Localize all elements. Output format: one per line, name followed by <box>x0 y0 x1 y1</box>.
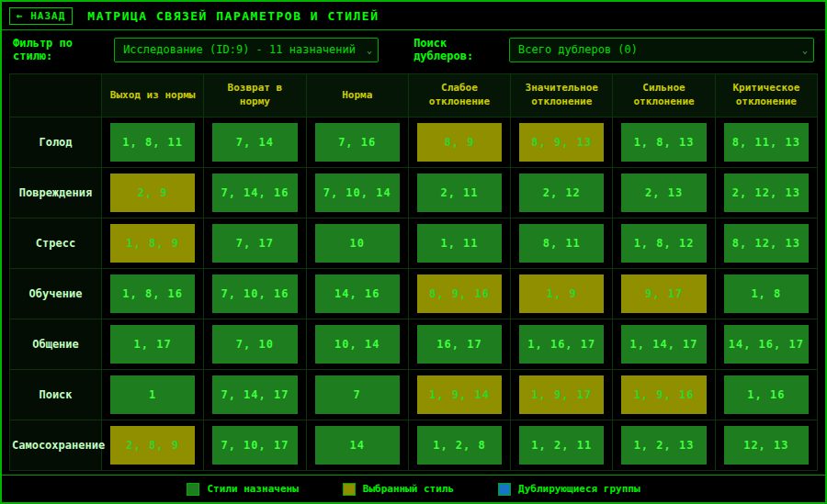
matrix-cell[interactable]: 7, 10, 14 <box>306 168 408 218</box>
matrix-cell-value[interactable]: 1, 9, 16 <box>621 375 706 414</box>
matrix-cell-value[interactable]: 1, 11 <box>417 224 502 263</box>
matrix-cell[interactable]: 7, 10, 17 <box>204 420 306 471</box>
matrix-cell[interactable]: 8, 12, 13 <box>715 218 817 269</box>
matrix-cell[interactable]: 7, 16 <box>306 118 408 168</box>
matrix-cell[interactable]: 2, 9 <box>102 168 204 218</box>
matrix-cell-value[interactable]: 7, 16 <box>315 123 400 162</box>
matrix-cell-value[interactable]: 2, 12, 13 <box>724 174 809 212</box>
matrix-cell[interactable]: 16, 17 <box>408 319 510 370</box>
matrix-cell-value[interactable]: 1, 2, 11 <box>519 426 604 465</box>
style-filter-select[interactable]: Исследование (ID:9) - 11 назначений <box>114 38 379 62</box>
matrix-cell[interactable]: 1, 2, 8 <box>408 420 510 471</box>
matrix-cell[interactable]: 1, 11 <box>408 218 510 269</box>
matrix-cell-value[interactable]: 12, 13 <box>724 426 809 465</box>
matrix-cell-value[interactable]: 7, 14 <box>212 123 297 162</box>
matrix-cell[interactable]: 8, 9, 13 <box>511 118 613 168</box>
matrix-cell[interactable]: 7, 17 <box>204 218 306 269</box>
matrix-cell-value[interactable]: 1, 16 <box>724 375 809 414</box>
matrix-cell-value[interactable]: 8, 9, 13 <box>519 123 604 162</box>
matrix-cell[interactable]: 1, 2, 11 <box>511 420 613 471</box>
matrix-cell-value[interactable]: 1, 2, 13 <box>621 426 706 465</box>
matrix-cell-value[interactable]: 2, 8, 9 <box>110 426 195 465</box>
matrix-cell[interactable]: 1, 14, 17 <box>613 319 715 370</box>
matrix-cell[interactable]: 2, 13 <box>613 168 715 218</box>
matrix-cell-value[interactable]: 10, 14 <box>315 325 400 364</box>
matrix-cell[interactable]: 1, 9, 16 <box>613 370 715 420</box>
matrix-cell[interactable]: 7, 10, 16 <box>204 269 306 319</box>
matrix-cell[interactable]: 1, 17 <box>102 319 204 370</box>
matrix-cell[interactable]: 1, 9, 14 <box>408 370 510 420</box>
matrix-cell-value[interactable]: 8, 9, 16 <box>417 274 502 313</box>
matrix-cell[interactable]: 12, 13 <box>715 420 817 471</box>
matrix-cell-value[interactable]: 10 <box>315 224 400 263</box>
matrix-cell-value[interactable]: 8, 9 <box>417 123 502 162</box>
matrix-cell-value[interactable]: 14, 16 <box>315 274 400 313</box>
matrix-cell[interactable]: 1, 8, 12 <box>613 218 715 269</box>
matrix-cell-value[interactable]: 2, 13 <box>621 174 706 212</box>
matrix-cell[interactable]: 7, 14, 16 <box>204 168 306 218</box>
matrix-cell-value[interactable]: 7, 17 <box>212 224 297 263</box>
matrix-cell[interactable]: 14, 16, 17 <box>715 319 817 370</box>
matrix-cell[interactable]: 7, 14, 17 <box>204 370 306 420</box>
matrix-cell-value[interactable]: 1, 9, 17 <box>519 375 604 414</box>
matrix-cell-value[interactable]: 1, 8, 13 <box>621 123 706 162</box>
matrix-cell-value[interactable]: 1, 8, 12 <box>621 224 706 263</box>
matrix-cell-value[interactable]: 1, 8, 16 <box>110 274 195 313</box>
matrix-cell[interactable]: 1, 8, 16 <box>102 269 204 319</box>
matrix-cell-value[interactable]: 1, 8 <box>724 274 809 313</box>
matrix-cell-value[interactable]: 8, 11 <box>519 224 604 263</box>
matrix-cell-value[interactable]: 8, 12, 13 <box>724 224 809 263</box>
matrix-cell-value[interactable]: 1, 8, 9 <box>110 224 195 263</box>
matrix-cell-value[interactable]: 1, 17 <box>110 325 195 364</box>
matrix-cell-value[interactable]: 1, 2, 8 <box>417 426 502 465</box>
matrix-cell[interactable]: 1, 8, 11 <box>102 118 204 168</box>
matrix-cell[interactable]: 7, 10 <box>204 319 306 370</box>
matrix-cell-value[interactable]: 1, 8, 11 <box>110 123 195 162</box>
matrix-cell-value[interactable]: 7, 10 <box>212 325 297 364</box>
matrix-cell[interactable]: 1 <box>102 370 204 420</box>
matrix-cell[interactable]: 1, 2, 13 <box>613 420 715 471</box>
matrix-cell[interactable]: 14, 16 <box>306 269 408 319</box>
matrix-cell[interactable]: 1, 8, 13 <box>613 118 715 168</box>
matrix-cell-value[interactable]: 7, 14, 17 <box>212 375 297 414</box>
matrix-cell[interactable]: 2, 12, 13 <box>715 168 817 218</box>
matrix-cell[interactable]: 1, 8, 9 <box>102 218 204 269</box>
matrix-cell[interactable]: 1, 16 <box>715 370 817 420</box>
matrix-cell-value[interactable]: 1, 9, 14 <box>417 375 502 414</box>
matrix-cell-value[interactable]: 1, 9 <box>519 274 604 313</box>
matrix-cell-value[interactable]: 8, 11, 13 <box>724 123 809 162</box>
matrix-cell[interactable]: 8, 9 <box>408 118 510 168</box>
matrix-cell-value[interactable]: 7 <box>315 375 400 414</box>
matrix-cell[interactable]: 8, 11 <box>511 218 613 269</box>
back-button[interactable]: ← НАЗАД <box>9 7 73 25</box>
matrix-cell[interactable]: 8, 9, 16 <box>408 269 510 319</box>
matrix-cell[interactable]: 1, 16, 17 <box>511 319 613 370</box>
matrix-cell[interactable]: 1, 9 <box>511 269 613 319</box>
matrix-cell-value[interactable]: 2, 9 <box>110 174 195 212</box>
matrix-cell-value[interactable]: 9, 17 <box>621 274 706 313</box>
matrix-cell[interactable]: 1, 8 <box>715 269 817 319</box>
matrix-cell-value[interactable]: 14 <box>315 426 400 465</box>
matrix-cell[interactable]: 2, 12 <box>511 168 613 218</box>
matrix-cell[interactable]: 2, 11 <box>408 168 510 218</box>
matrix-cell-value[interactable]: 7, 14, 16 <box>212 174 297 212</box>
matrix-cell[interactable]: 9, 17 <box>613 269 715 319</box>
matrix-cell[interactable]: 1, 9, 17 <box>511 370 613 420</box>
matrix-cell-value[interactable]: 1, 14, 17 <box>621 325 706 364</box>
matrix-cell-value[interactable]: 7, 10, 14 <box>315 174 400 212</box>
matrix-cell-value[interactable]: 7, 10, 16 <box>212 274 297 313</box>
matrix-cell[interactable]: 2, 8, 9 <box>102 420 204 471</box>
matrix-cell[interactable]: 10, 14 <box>306 319 408 370</box>
matrix-cell[interactable]: 7 <box>306 370 408 420</box>
matrix-cell-value[interactable]: 2, 12 <box>519 174 604 212</box>
matrix-cell-value[interactable]: 1 <box>110 375 195 414</box>
matrix-cell-value[interactable]: 2, 11 <box>417 174 502 212</box>
matrix-cell-value[interactable]: 7, 10, 17 <box>212 426 297 465</box>
matrix-cell[interactable]: 7, 14 <box>204 118 306 168</box>
matrix-cell[interactable]: 10 <box>306 218 408 269</box>
matrix-cell[interactable]: 14 <box>306 420 408 471</box>
duplicates-filter-select[interactable]: Всего дублеров (0) <box>509 38 814 62</box>
matrix-cell[interactable]: 8, 11, 13 <box>715 118 817 168</box>
matrix-cell-value[interactable]: 14, 16, 17 <box>724 325 809 364</box>
matrix-cell-value[interactable]: 16, 17 <box>417 325 502 364</box>
